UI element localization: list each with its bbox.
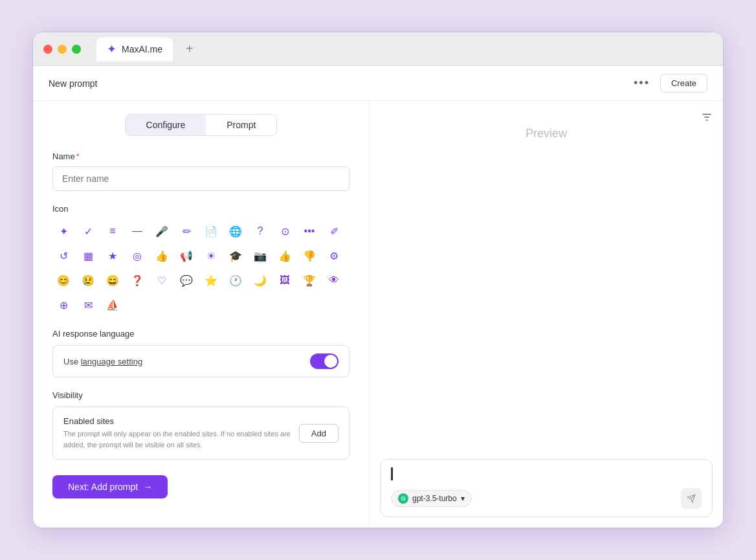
icon-btn-mail[interactable]: ✉: [77, 294, 99, 316]
enabled-sites-title: Enabled sites: [63, 416, 296, 426]
chat-cursor-line: [391, 467, 702, 483]
browser-window: ✦ MaxAI.me + New prompt ••• Create Confi…: [32, 32, 724, 528]
icon-btn-announce[interactable]: 📢: [175, 245, 197, 267]
icon-btn-moon[interactable]: 🌙: [249, 269, 271, 291]
language-toggle[interactable]: [310, 353, 339, 369]
language-link[interactable]: language setting: [81, 357, 142, 366]
language-section-label: AI response language: [52, 329, 350, 339]
icon-btn-boat[interactable]: ⛵: [102, 294, 124, 316]
new-tab-button[interactable]: +: [181, 39, 199, 59]
text-cursor: [391, 467, 393, 480]
icon-btn-grid[interactable]: ▦: [77, 245, 99, 267]
language-box: Use language setting: [52, 345, 350, 377]
page-title: New prompt: [49, 78, 97, 89]
icon-btn-grad[interactable]: 🎓: [225, 245, 247, 267]
icon-btn-camera[interactable]: 📷: [249, 245, 271, 267]
minimize-button[interactable]: [58, 45, 67, 54]
visibility-info: Enabled sites The prompt will only appea…: [63, 416, 296, 450]
openai-icon: G: [398, 493, 408, 504]
icon-btn-target[interactable]: ◎: [126, 245, 148, 267]
icon-btn-chat[interactable]: 💬: [175, 269, 197, 291]
icon-btn-settings[interactable]: ⚙: [323, 245, 345, 267]
icon-btn-heart[interactable]: ♡: [151, 269, 173, 291]
browser-tab[interactable]: ✦ MaxAI.me: [96, 38, 173, 61]
main-area: Configure Prompt Name* Icon ✦ ✓ ≡ — 🎤: [33, 101, 723, 528]
browser-titlebar: ✦ MaxAI.me +: [33, 32, 723, 66]
chat-input-area[interactable]: G gpt-3.5-turbo ▾: [380, 459, 713, 517]
chat-footer: G gpt-3.5-turbo ▾: [391, 488, 702, 509]
icon-btn-question[interactable]: ?: [249, 220, 271, 242]
icon-btn-more[interactable]: •••: [298, 220, 320, 242]
required-indicator: *: [76, 151, 80, 161]
browser-content: New prompt ••• Create Configure Prompt N…: [33, 66, 723, 528]
icon-btn-sad[interactable]: 😢: [77, 269, 99, 291]
icon-btn-star[interactable]: ★: [102, 245, 124, 267]
tab-title: MaxAI.me: [122, 44, 162, 54]
icon-btn-laugh[interactable]: 😄: [102, 269, 124, 291]
chevron-down-icon: ▾: [461, 494, 465, 503]
icon-btn-questionmark[interactable]: ❓: [126, 269, 148, 291]
icon-btn-thumbup2[interactable]: 👍: [274, 245, 296, 267]
name-label: Name*: [52, 151, 350, 161]
icon-grid: ✦ ✓ ≡ — 🎤 ✏ 📄 🌐 ? ⊙ ••• ✐ ↺ ▦ ★ ◎: [52, 220, 350, 316]
right-panel: Preview G: [370, 101, 723, 528]
toggle-knob: [324, 355, 337, 368]
tab-prompt[interactable]: Prompt: [206, 115, 276, 135]
icon-btn-thumbup[interactable]: 👍: [151, 245, 173, 267]
icon-btn-mic[interactable]: 🎤: [151, 220, 173, 242]
language-text: Use language setting: [63, 357, 142, 366]
left-panel: Configure Prompt Name* Icon ✦ ✓ ≡ — 🎤: [33, 101, 370, 528]
icon-btn-sun[interactable]: ☀: [200, 245, 222, 267]
icon-btn-smile[interactable]: 😊: [52, 269, 74, 291]
next-button[interactable]: Next: Add prompt →: [52, 475, 168, 498]
tabs-row: Configure Prompt: [125, 114, 278, 136]
icon-btn-minus[interactable]: —: [126, 220, 148, 242]
icon-btn-globe[interactable]: 🌐: [225, 220, 247, 242]
tab-configure[interactable]: Configure: [126, 115, 206, 135]
icon-btn-wand[interactable]: ✦: [52, 220, 74, 242]
icon-btn-list2[interactable]: ⊙: [274, 220, 296, 242]
icon-btn-check[interactable]: ✓: [77, 220, 99, 242]
traffic-lights: [43, 45, 81, 54]
icon-btn-image[interactable]: 🖼: [274, 269, 296, 291]
header-actions: ••• Create: [628, 74, 707, 93]
enabled-sites-desc: The prompt will only appear on the enabl…: [63, 429, 296, 450]
icon-btn-star2[interactable]: ⭐: [200, 269, 222, 291]
icon-btn-share[interactable]: ⊕: [52, 294, 74, 316]
icon-btn-doc[interactable]: 📄: [200, 220, 222, 242]
model-selector[interactable]: G gpt-3.5-turbo ▾: [391, 490, 472, 507]
add-site-button[interactable]: Add: [299, 424, 339, 443]
icon-btn-list[interactable]: ≡: [102, 220, 124, 242]
maximize-button[interactable]: [72, 45, 81, 54]
model-name: gpt-3.5-turbo: [412, 494, 457, 503]
arrow-icon: →: [143, 482, 152, 492]
more-options-button[interactable]: •••: [628, 74, 655, 93]
close-button[interactable]: [43, 45, 52, 54]
icon-btn-edit[interactable]: ✏: [175, 220, 197, 242]
preview-bottom: G gpt-3.5-turbo ▾: [370, 449, 723, 528]
icon-btn-thumbdown[interactable]: 👎: [298, 245, 320, 267]
icon-btn-refresh[interactable]: ↺: [52, 245, 74, 267]
filters-button[interactable]: [701, 111, 713, 126]
preview-label: Preview: [370, 127, 723, 140]
page-header: New prompt ••• Create: [33, 66, 723, 101]
icon-btn-clock[interactable]: 🕐: [225, 269, 247, 291]
create-button[interactable]: Create: [660, 74, 707, 93]
icon-btn-eye[interactable]: 👁: [323, 269, 345, 291]
maxai-icon: ✦: [107, 42, 117, 56]
visibility-section-label: Visibility: [52, 390, 350, 400]
visibility-box: Enabled sites The prompt will only appea…: [52, 407, 350, 460]
name-input[interactable]: [52, 166, 350, 191]
icon-section-label: Icon: [52, 204, 350, 214]
send-button[interactable]: [681, 488, 702, 509]
icon-btn-trophy[interactable]: 🏆: [298, 269, 320, 291]
icon-btn-pen[interactable]: ✐: [323, 220, 345, 242]
